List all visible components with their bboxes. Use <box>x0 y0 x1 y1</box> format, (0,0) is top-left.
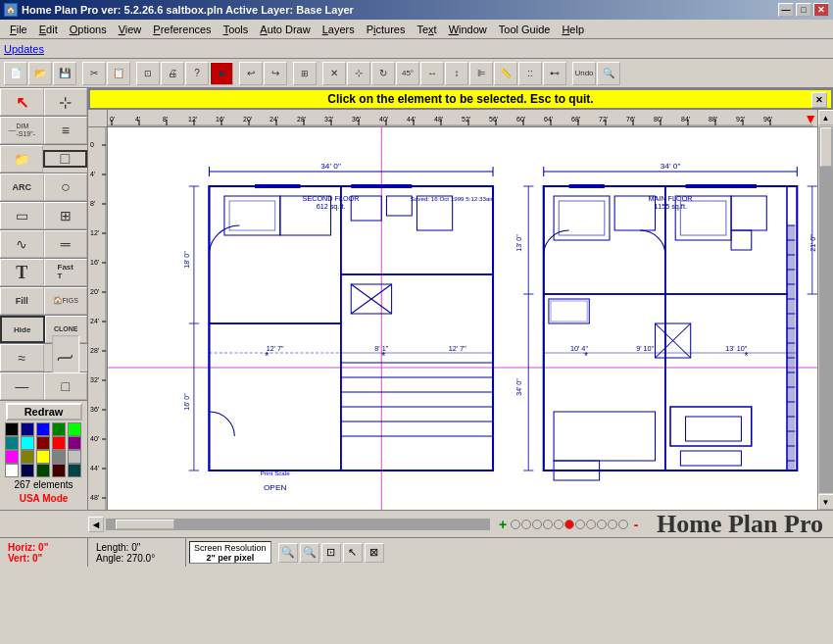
tool-folder[interactable]: 📁 <box>0 145 43 173</box>
zoom-in-button[interactable]: 🔍 <box>278 543 298 563</box>
tb-help[interactable]: ? <box>185 62 209 85</box>
tb-undo2[interactable]: Undo <box>572 62 596 85</box>
scroll-up-button[interactable]: ▲ <box>818 110 834 125</box>
hscroll-track[interactable] <box>106 519 490 530</box>
drawing-canvas[interactable]: 34' 0" 12' 7" 8' 1" 12' 7" SECOND FLOOR … <box>108 127 817 510</box>
tool-line[interactable]: ≡ <box>44 117 88 144</box>
tb-open[interactable]: 📂 <box>28 62 52 85</box>
tool-select-arrow[interactable]: ↖ <box>0 88 44 116</box>
swatch-5[interactable] <box>5 436 19 450</box>
tb-save[interactable]: 💾 <box>53 62 76 85</box>
tool-squiggle[interactable]: ≈ <box>0 344 44 372</box>
tb-rotate[interactable]: ↻ <box>371 62 395 85</box>
tool-circle[interactable]: ○ <box>44 173 88 201</box>
tb-align[interactable]: ⊫ <box>469 62 493 85</box>
minimize-button[interactable]: — <box>778 3 794 17</box>
tool-fast-text[interactable]: FastT <box>44 259 88 286</box>
scroll-track[interactable] <box>819 126 833 493</box>
scroll-left-button[interactable]: ◄ <box>88 517 104 532</box>
nav-add-button[interactable]: + <box>496 518 510 531</box>
tb-print[interactable]: 🖨 <box>161 62 184 85</box>
zoom-out-button[interactable]: 🔍 <box>300 543 319 563</box>
menu-text[interactable]: Text <box>411 22 442 37</box>
nav-dot-9[interactable] <box>608 520 617 529</box>
right-scrollbar[interactable]: ▲ ▼ <box>817 110 833 510</box>
menu-edit[interactable]: Edit <box>33 22 64 37</box>
nav-dot-1[interactable] <box>521 520 531 529</box>
nav-dot-10[interactable] <box>618 520 628 529</box>
swatch-0[interactable] <box>5 422 19 436</box>
swatch-12[interactable] <box>36 450 50 464</box>
tb-delete[interactable]: ✕ <box>322 62 346 85</box>
tool-rect[interactable]: □ <box>43 150 88 168</box>
swatch-3[interactable] <box>52 422 66 436</box>
tb-new[interactable]: 📄 <box>4 62 27 85</box>
tb-copy[interactable]: 📋 <box>107 62 130 85</box>
tool-wall[interactable]: ▭ <box>0 202 44 229</box>
tool-double-line[interactable]: ═ <box>44 230 88 258</box>
maximize-button[interactable]: □ <box>796 3 811 17</box>
menu-file[interactable]: File <box>4 22 33 37</box>
swatch-13[interactable] <box>52 450 66 464</box>
tool-rect2[interactable]: □ <box>44 372 88 400</box>
scroll-thumb[interactable] <box>820 127 832 167</box>
menu-view[interactable]: View <box>113 22 148 37</box>
notification-close-button[interactable]: ✕ <box>811 92 827 108</box>
nav-remove-button[interactable]: - <box>629 518 643 531</box>
redraw-button[interactable]: Redraw <box>6 403 82 421</box>
menu-window[interactable]: Window <box>443 22 493 37</box>
tb-flip-h[interactable]: ↔ <box>420 62 444 85</box>
nav-dot-3[interactable] <box>543 520 553 529</box>
swatch-16[interactable] <box>21 464 34 477</box>
tb-flip-v[interactable]: ↕ <box>445 62 468 85</box>
swatch-14[interactable] <box>68 450 81 464</box>
tb-grid[interactable]: :: <box>518 62 542 85</box>
tb-measure[interactable]: ⊷ <box>543 62 566 85</box>
swatch-11[interactable] <box>21 450 34 464</box>
menu-layers[interactable]: Layers <box>317 22 361 37</box>
tool-text[interactable]: T <box>0 259 44 286</box>
menu-pictures[interactable]: Pictures <box>361 22 412 37</box>
tb-ruler[interactable]: 📏 <box>494 62 517 85</box>
close-button[interactable]: ✕ <box>813 3 829 17</box>
swatch-1[interactable] <box>21 422 34 436</box>
tb-redo[interactable]: ↪ <box>264 62 287 85</box>
tool-crosshair[interactable]: ⊹ <box>44 88 88 116</box>
zoom-custom-button[interactable]: ⊠ <box>365 543 384 563</box>
tool-curve[interactable]: ∿ <box>0 230 44 258</box>
menu-tools[interactable]: Tools <box>218 22 255 37</box>
swatch-9[interactable] <box>68 436 81 450</box>
swatch-2[interactable] <box>36 422 50 436</box>
tool-line2[interactable]: — <box>0 372 44 400</box>
swatch-17[interactable] <box>36 464 50 477</box>
swatch-15[interactable] <box>5 464 19 477</box>
nav-dot-6[interactable] <box>575 520 585 529</box>
swatch-8[interactable] <box>52 436 66 450</box>
nav-dot-0[interactable] <box>511 520 520 529</box>
tb-undo[interactable]: ↩ <box>239 62 263 85</box>
tb-zoom-circle[interactable]: 🔍 <box>597 62 620 85</box>
nav-dot-5-active[interactable] <box>564 520 574 529</box>
tool-fill[interactable]: Fill <box>0 287 44 315</box>
tb-red-square[interactable]: ■ <box>210 62 233 85</box>
nav-dot-4[interactable] <box>554 520 564 529</box>
zoom-home-button[interactable]: ↖ <box>343 543 363 563</box>
swatch-10[interactable] <box>5 450 19 464</box>
swatch-6[interactable] <box>21 436 34 450</box>
menu-preferences[interactable]: Preferences <box>147 22 217 37</box>
swatch-18[interactable] <box>52 464 66 477</box>
tool-figures[interactable]: 🏠FIGS <box>44 287 88 315</box>
menu-toolguide[interactable]: Tool Guide <box>493 22 557 37</box>
nav-dot-2[interactable] <box>532 520 542 529</box>
hscroll-thumb[interactable] <box>116 520 174 529</box>
tb-preview[interactable]: ⊡ <box>136 62 160 85</box>
scroll-down-button[interactable]: ▼ <box>818 494 834 510</box>
menu-autodraw[interactable]: Auto Draw <box>254 22 316 37</box>
nav-dot-8[interactable] <box>597 520 607 529</box>
tool-hide[interactable]: Hide <box>0 316 45 343</box>
swatch-4[interactable] <box>68 422 81 436</box>
tb-rotate45[interactable]: 45° <box>396 62 419 85</box>
tb-cut[interactable]: ✂ <box>82 62 106 85</box>
tb-select-all[interactable]: ⊞ <box>293 62 317 85</box>
tool-arc[interactable]: ARC <box>0 173 44 201</box>
